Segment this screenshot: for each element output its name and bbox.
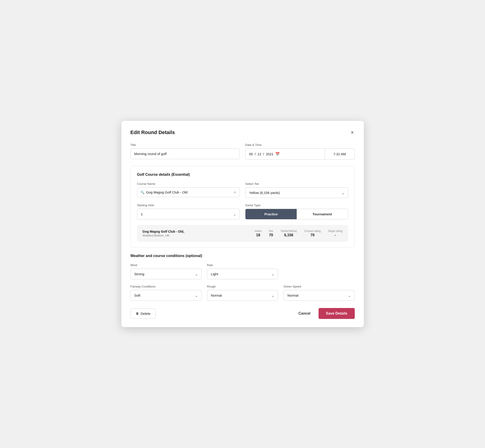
wind-group: Wind None Light Moderate Strong xyxy=(130,263,202,279)
rain-label: Rain xyxy=(207,263,278,267)
trash-icon: 🗑 xyxy=(136,312,139,315)
fairway-label: Fairway Conditions xyxy=(130,285,202,288)
course-info-location: Shelford Bottom, UK xyxy=(143,234,248,237)
select-tee-wrap: Yellow (6,156 yards) xyxy=(245,187,348,198)
course-name-value: Gog Magog Golf Club - Old xyxy=(146,190,234,194)
rough-select[interactable]: Short Normal Long xyxy=(207,290,278,301)
delete-label: Delete xyxy=(141,312,151,315)
rough-label: Rough xyxy=(207,285,278,288)
practice-button[interactable]: Practice xyxy=(245,209,297,219)
green-speed-group: Green Speed Slow Normal Fast xyxy=(283,285,355,301)
search-icon: 🔍 xyxy=(140,191,144,194)
course-info-name-main: Gog Magog Golf Club - Old, xyxy=(143,230,248,233)
delete-button[interactable]: 🗑 Delete xyxy=(130,308,156,319)
slope-rating-label: Slope rating xyxy=(328,230,342,233)
weather-section: Weather and course conditions (optional)… xyxy=(130,254,355,301)
date-time-label: Date & Time xyxy=(245,143,355,147)
select-tee-input[interactable]: Yellow (6,156 yards) xyxy=(245,187,348,198)
course-stat-par: Par 70 xyxy=(269,230,273,237)
golf-course-section: Golf Course details (Essential) Course N… xyxy=(130,166,355,248)
starting-hole-wrap: 1 xyxy=(137,209,240,219)
date-part[interactable]: 05 / 12 / 2021 📅 xyxy=(245,149,325,159)
rain-select[interactable]: None Light Moderate Heavy xyxy=(207,269,278,279)
course-name-input-wrap[interactable]: 🔍 Gog Magog Golf Club - Old ✕ xyxy=(137,187,240,197)
golf-course-title: Golf Course details (Essential) xyxy=(137,173,348,177)
starting-hole-label: Starting Hole xyxy=(137,203,240,207)
date-time-field-group: Date & Time 05 / 12 / 2021 📅 7:31 AM xyxy=(245,143,355,160)
game-type-toggle: Practice Tournament xyxy=(245,209,348,219)
starting-hole-select[interactable]: 1 xyxy=(137,209,240,219)
wind-select[interactable]: None Light Moderate Strong xyxy=(130,269,202,279)
course-info-name: Gog Magog Golf Club - Old, Shelford Bott… xyxy=(143,230,248,237)
date-time-row: 05 / 12 / 2021 📅 7:31 AM xyxy=(245,148,355,160)
fairway-select-wrap: Soft Normal Hard xyxy=(130,290,202,301)
save-button[interactable]: Save Details xyxy=(319,308,355,319)
weather-section-title: Weather and course conditions (optional) xyxy=(130,254,355,258)
weather-row-1: Wind None Light Moderate Strong Rain Non… xyxy=(130,263,355,279)
modal-title: Edit Round Details xyxy=(130,129,175,136)
time-value: 7:31 AM xyxy=(333,152,346,156)
course-rating-value: 70 xyxy=(311,233,315,237)
holes-label: Holes xyxy=(255,230,262,233)
course-info-bar: Gog Magog Golf Club - Old, Shelford Bott… xyxy=(137,225,348,242)
rain-group: Rain None Light Moderate Heavy xyxy=(207,263,278,279)
cancel-button[interactable]: Cancel xyxy=(297,309,312,318)
holes-value: 18 xyxy=(256,233,260,237)
yards-value: 6,156 xyxy=(284,233,293,237)
footer-right: Cancel Save Details xyxy=(297,308,355,319)
course-stat-yards: Yards(Yellow) 6,156 xyxy=(281,230,297,237)
course-name-tee-row: Course Name 🔍 Gog Magog Golf Club - Old … xyxy=(137,182,348,198)
select-tee-label: Select Tee xyxy=(245,182,348,185)
weather-row-2: Fairway Conditions Soft Normal Hard Roug… xyxy=(130,285,355,301)
title-label: Title xyxy=(130,143,240,147)
starting-hole-gametype-row: Starting Hole 1 Game Type Practice Tourn… xyxy=(137,203,348,219)
par-value: 70 xyxy=(269,233,273,237)
edit-round-modal: Edit Round Details × Title Date & Time 0… xyxy=(121,121,364,327)
course-name-group: Course Name 🔍 Gog Magog Golf Club - Old … xyxy=(137,182,240,198)
green-speed-select-wrap: Slow Normal Fast xyxy=(283,290,355,301)
game-type-group: Game Type Practice Tournament xyxy=(245,203,348,219)
clear-icon[interactable]: ✕ xyxy=(234,191,236,194)
course-stat-holes: Holes 18 xyxy=(255,230,262,237)
time-part[interactable]: 7:31 AM xyxy=(325,149,355,159)
title-input[interactable] xyxy=(130,148,240,159)
tournament-button[interactable]: Tournament xyxy=(297,209,348,219)
footer-row: 🗑 Delete Cancel Save Details xyxy=(130,308,355,319)
par-label: Par xyxy=(269,230,273,233)
wind-select-wrap: None Light Moderate Strong xyxy=(130,269,202,279)
title-field-group: Title xyxy=(130,143,240,160)
green-speed-label: Green Speed xyxy=(283,285,355,288)
close-button[interactable]: × xyxy=(350,129,355,136)
rough-select-wrap: Short Normal Long xyxy=(207,290,278,301)
course-stat-slope-rating: Slope rating - xyxy=(328,230,342,237)
fairway-group: Fairway Conditions Soft Normal Hard xyxy=(130,285,202,301)
game-type-label: Game Type xyxy=(245,203,348,207)
modal-header: Edit Round Details × xyxy=(130,129,355,136)
top-row: Title Date & Time 05 / 12 / 2021 📅 7:31 … xyxy=(130,143,355,160)
course-rating-label: Course rating xyxy=(304,230,321,233)
date-month: 05 xyxy=(249,152,253,156)
fairway-select[interactable]: Soft Normal Hard xyxy=(130,290,202,301)
select-tee-group: Select Tee Yellow (6,156 yards) xyxy=(245,182,348,198)
rough-group: Rough Short Normal Long xyxy=(207,285,278,301)
rain-select-wrap: None Light Moderate Heavy xyxy=(207,269,278,279)
slope-rating-value: - xyxy=(335,233,336,237)
green-speed-select[interactable]: Slow Normal Fast xyxy=(283,290,355,301)
date-day: 12 xyxy=(258,152,261,156)
starting-hole-group: Starting Hole 1 xyxy=(137,203,240,219)
date-year: 2021 xyxy=(266,152,274,156)
wind-label: Wind xyxy=(130,263,202,267)
course-name-label: Course Name xyxy=(137,182,240,185)
calendar-icon: 📅 xyxy=(275,152,280,156)
yards-label: Yards(Yellow) xyxy=(281,230,297,233)
course-stat-course-rating: Course rating 70 xyxy=(304,230,321,237)
